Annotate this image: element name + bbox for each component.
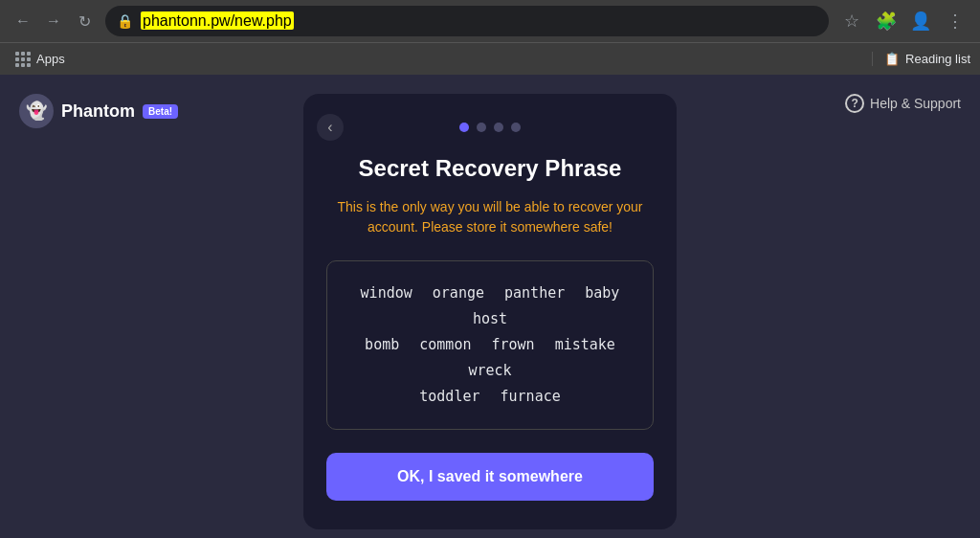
- toolbar-icons: ☆ 🧩 👤 ⋮: [836, 6, 970, 36]
- reading-list-label: Reading list: [905, 52, 970, 66]
- seed-line-2: bomb common frown mistake wreck: [365, 336, 615, 379]
- phantom-name: Phantom: [61, 101, 135, 122]
- pagination-area: ‹: [326, 123, 654, 132]
- dot-3: [494, 123, 503, 132]
- bookmark-button[interactable]: ☆: [836, 6, 867, 36]
- seed-phrase-box: window orange panther baby host bomb com…: [326, 260, 654, 430]
- apps-label: Apps: [36, 52, 65, 66]
- dot-4: [511, 123, 521, 132]
- main-card: ‹ Secret Recovery Phrase This is the onl…: [303, 94, 677, 529]
- dot-2: [477, 123, 486, 132]
- dot-1: [459, 123, 469, 132]
- nav-buttons: ← → ↻: [10, 8, 98, 34]
- seed-words: window orange panther baby host bomb com…: [350, 280, 630, 410]
- help-support-button[interactable]: ? Help & Support: [845, 94, 961, 113]
- reload-button[interactable]: ↻: [71, 8, 98, 34]
- apps-grid-icon: [15, 52, 31, 67]
- profile-button[interactable]: 👤: [905, 6, 936, 36]
- forward-button[interactable]: →: [40, 8, 67, 34]
- apps-button[interactable]: Apps: [10, 48, 71, 71]
- beta-badge: Beta!: [143, 104, 178, 119]
- ok-button[interactable]: OK, I saved it somewhere: [326, 453, 654, 501]
- seed-line-1: window orange panther baby host: [361, 284, 620, 327]
- address-bar[interactable]: 🔒 phantonn.pw/new.php: [105, 6, 829, 36]
- help-icon: ?: [845, 94, 864, 113]
- menu-button[interactable]: ⋮: [940, 6, 970, 36]
- lock-icon: 🔒: [117, 13, 133, 29]
- prev-button[interactable]: ‹: [317, 114, 344, 141]
- browser-chrome: ← → ↻ 🔒 phantonn.pw/new.php ☆ 🧩 👤 ⋮ Apps: [0, 0, 980, 75]
- browser-toolbar: ← → ↻ 🔒 phantonn.pw/new.php ☆ 🧩 👤 ⋮: [0, 0, 980, 42]
- back-button[interactable]: ←: [10, 8, 36, 34]
- bookmarks-bar: Apps 📋 Reading list: [0, 42, 980, 75]
- address-text: phantonn.pw/new.php: [141, 12, 294, 30]
- card-title: Secret Recovery Phrase: [359, 155, 622, 182]
- page-content: 👻 Phantom Beta! ? Help & Support ‹ Secre…: [0, 75, 980, 538]
- reading-list-button[interactable]: 📋 Reading list: [872, 52, 970, 66]
- reading-list-icon: 📋: [884, 52, 900, 66]
- warning-text: This is the only way you will be able to…: [326, 197, 654, 237]
- extensions-button[interactable]: 🧩: [871, 6, 902, 36]
- phantom-avatar: 👻: [19, 94, 54, 128]
- seed-line-3: toddler furnace: [419, 388, 560, 405]
- logo-area: 👻 Phantom Beta!: [19, 94, 178, 128]
- help-label: Help & Support: [870, 96, 961, 111]
